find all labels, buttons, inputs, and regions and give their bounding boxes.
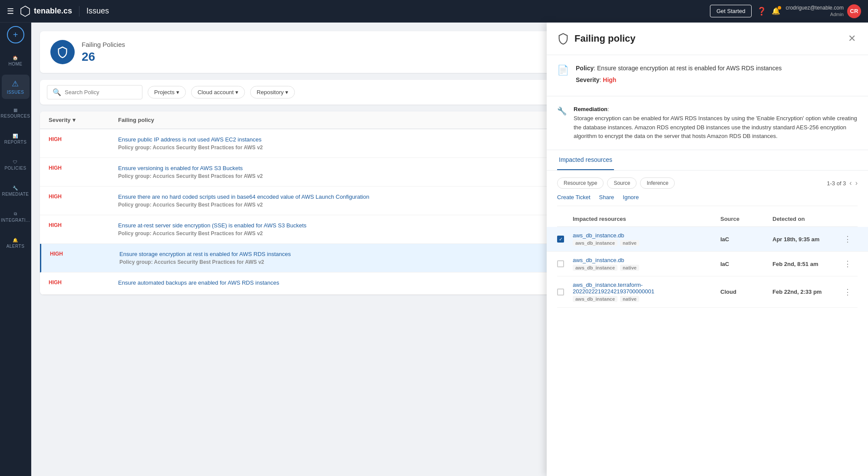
app-logo: tenable.cs [19,5,72,17]
next-page-button[interactable]: › [855,179,858,187]
reports-icon: 📊 [13,134,18,138]
inference-chip[interactable]: Inference [640,177,675,189]
resource-name-1[interactable]: aws_db_instance.db [573,257,720,263]
sidebar-item-resources[interactable]: ▦ RESOURCES [2,101,30,125]
sidebar-item-home[interactable]: 🏠 HOME [2,49,30,73]
navbar: ☰ tenable.cs Issues Get Started ❓ 🔔 crod… [0,0,868,23]
wrench-icon: 🔧 [557,106,567,116]
create-ticket-link[interactable]: Create Ticket [557,194,591,200]
integrations-icon: ⧉ [14,211,17,217]
search-box[interactable]: 🔍 [47,85,142,99]
resource-type-chip[interactable]: Resource type [557,177,604,189]
resource-tag: native [620,296,639,302]
notification-dot [778,6,781,10]
avatar[interactable]: CR [847,4,861,18]
header-subtitle: Failing Policies [82,41,125,48]
panel-tabs: Impacted resources [547,150,868,171]
panel-body: 📄 Policy: Ensure storage encryption at r… [547,55,868,476]
resource-source-1: IaC [720,261,772,267]
resource-tags-2: aws_db_instance native [573,296,720,302]
help-circle-icon: ❓ [757,7,766,16]
source-chip[interactable]: Source [607,177,637,189]
resource-detected-0: Apr 18th, 9:35 am [772,236,842,243]
sidebar-item-policies[interactable]: 🛡 POLICIES [2,153,30,177]
share-link[interactable]: Share [599,194,614,200]
cloud-account-filter-label: Cloud account [198,89,234,95]
sidebar-item-label: RESOURCES [1,114,30,118]
logo-text: tenable.cs [34,7,72,16]
policy-info-section: 📄 Policy: Ensure storage encryption at r… [547,55,868,96]
prev-page-button[interactable]: ‹ [849,179,851,187]
resource-tag: aws_db_instance [573,240,617,246]
severity-column-header[interactable]: Severity ▾ [49,117,118,123]
resource-checkbox-0[interactable]: ✓ [557,236,564,243]
severity-text: Severity: High [576,76,782,85]
resources-table-header: Impacted resources Source Detected on [557,211,858,227]
resource-tag: aws_db_instance [573,296,617,302]
policy-group: Policy group: Accurics Security Best Pra… [119,259,264,265]
user-role: Admin [785,11,844,17]
row-menu-button-1[interactable]: ⋮ [842,258,853,270]
severity-label: Severity [576,76,599,83]
user-menu[interactable]: crodriguez@tenable.com Admin CR [785,4,861,18]
resource-name-2[interactable]: aws_db_instance.terraform-20220222192242… [573,282,720,295]
severity-value: High [603,76,616,83]
source-col-header: Source [720,216,772,222]
resource-name-0[interactable]: aws_db_instance.db [573,232,720,239]
document-icon: 📄 [557,65,569,76]
sidebar-item-remediate[interactable]: 🔧 REMEDIATE [2,179,30,203]
policy-group: Policy group: Accurics Security Best Pra… [118,144,263,151]
sidebar-item-alerts[interactable]: 🔔 ALERTS [2,231,30,255]
help-icon-button[interactable]: ❓ [757,7,766,16]
sidebar-item-integrations[interactable]: ⧉ INTEGRATI... [2,205,30,229]
pagination-text: 1-3 of 3 [827,180,846,187]
get-started-button[interactable]: Get Started [710,5,752,17]
tab-impacted-resources[interactable]: Impacted resources [557,150,614,170]
resource-row: aws_db_instance.db aws_db_instance nativ… [557,252,858,276]
panel-close-button[interactable]: ✕ [846,31,858,46]
filter-chips-row: Resource type Source Inference 1-3 of 3 … [557,177,858,189]
sidebar-item-issues[interactable]: ⚠ ISSUES [2,75,30,99]
repository-filter-label: Repository [257,89,284,95]
panel-shield-icon [557,33,569,45]
severity-badge: HIGH [49,165,62,171]
policies-icon: 🛡 [13,160,18,164]
policy-group: Policy group: Accurics Security Best Pra… [118,230,263,236]
user-info: crodriguez@tenable.com Admin [785,5,844,18]
remediation-section: 🔧 Remediation: Storage encryption can be… [547,96,868,150]
sidebar-item-reports[interactable]: 📊 REPORTS [2,127,30,151]
notifications-button[interactable]: 🔔 [772,7,780,15]
sidebar-item-label: ALERTS [7,244,25,249]
menu-icon[interactable]: ☰ [7,7,14,16]
resource-tags-1: aws_db_instance native [573,265,720,271]
severity-badge: HIGH [49,136,62,142]
policy-name-value: Ensure storage encryption at rest is ena… [597,65,782,72]
sidebar-item-label: REPORTS [4,140,27,144]
row-menu-button-0[interactable]: ⋮ [842,233,853,245]
remediate-icon: 🔧 [13,186,18,190]
nav-divider [79,6,79,16]
ignore-link[interactable]: Ignore [623,194,639,200]
resource-detected-1: Feb 2nd, 8:51 am [772,261,842,267]
sidebar-item-label: INTEGRATI... [1,218,30,223]
alerts-icon: 🔔 [13,238,18,243]
user-email: crodriguez@tenable.com [785,5,844,12]
resource-checkbox-1[interactable] [557,260,564,267]
row-menu-button-2[interactable]: ⋮ [842,286,853,298]
search-input[interactable] [65,89,137,95]
add-button[interactable]: + [7,26,24,43]
cloud-account-filter[interactable]: Cloud account ▾ [191,86,245,98]
navbar-right: Get Started ❓ 🔔 crodriguez@tenable.com A… [710,4,861,18]
issues-icon: ⚠ [12,79,19,89]
resource-checkbox-2[interactable] [557,289,564,295]
projects-filter-label: Projects [154,89,175,95]
header-shield-icon [50,40,75,64]
resource-row: ✓ aws_db_instance.db aws_db_instance nat… [547,227,868,252]
resource-detected-2: Feb 22nd, 2:33 pm [772,289,842,295]
policy-group: Policy group: Accurics Security Best Pra… [118,173,263,179]
repository-filter[interactable]: Repository ▾ [250,86,295,98]
policy-name-text: Policy: Ensure storage encryption at res… [576,64,782,73]
projects-filter[interactable]: Projects ▾ [148,86,186,98]
severity-badge: HIGH [49,222,62,228]
action-links: Create Ticket Share Ignore [557,194,858,206]
